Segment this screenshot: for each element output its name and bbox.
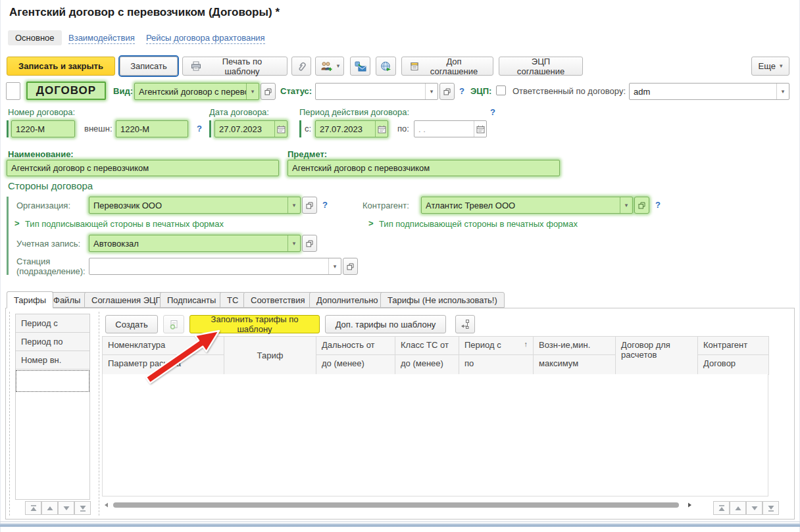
calendar-icon[interactable] xyxy=(474,121,486,137)
tab-additional[interactable]: Дополнительно xyxy=(309,292,386,308)
reorder-rows-button[interactable] xyxy=(455,315,475,333)
dropdown-icon[interactable]: ▾ xyxy=(328,258,341,274)
go-first-button[interactable] xyxy=(25,501,41,515)
external-number-input[interactable]: 1220-М xyxy=(116,120,188,137)
col-vehicle-class-from[interactable]: Класс ТС от xyxy=(395,337,459,355)
dropdown-icon[interactable]: ▾ xyxy=(288,235,300,251)
status-open-button[interactable] xyxy=(439,83,455,100)
responsible-combobox[interactable]: adm ▾ xyxy=(629,83,789,100)
col-tariff[interactable]: Тариф xyxy=(224,337,316,375)
tab-vehicles[interactable]: ТС xyxy=(220,292,245,308)
signer-type-link-left[interactable]: Тип подписывающей стороны в печатных фор… xyxy=(25,219,224,229)
dropdown-icon[interactable]: ▾ xyxy=(620,197,632,213)
counterparty-combobox[interactable]: Атлантис Тревел ООО ▾ xyxy=(421,197,633,214)
counterparty-help-icon[interactable]: ? xyxy=(655,200,661,210)
nav-tab-main[interactable]: Основное xyxy=(8,30,62,45)
panel-splitter[interactable] xyxy=(99,312,99,516)
group-marker xyxy=(7,197,9,275)
copy-row-button[interactable] xyxy=(163,315,184,333)
tab-tariffs-deprecated[interactable]: Тарифы (Не использовать!) xyxy=(380,292,505,308)
period-from-input[interactable]: 27.07.2023 xyxy=(315,120,388,137)
create-row-button[interactable]: Создать xyxy=(105,315,158,333)
signer-type-link-right[interactable]: Тип подписывающей стороны в печатных фор… xyxy=(379,219,578,229)
save-and-close-button[interactable]: Записать и закрыть xyxy=(7,57,115,76)
tariffs-table-body[interactable] xyxy=(102,374,768,496)
number-help-icon[interactable]: ? xyxy=(197,124,202,133)
dop-agreement-button[interactable]: Доп соглашение xyxy=(401,57,493,76)
col-remuneration-min[interactable]: Возн-ие,мин. xyxy=(534,337,616,355)
col-settlement-contract[interactable]: Договор для расчетов xyxy=(616,337,698,375)
col-distance-from[interactable]: Дальность от xyxy=(316,337,395,355)
period-to-column-header[interactable]: Период по xyxy=(16,333,89,351)
dropdown-icon[interactable]: ▾ xyxy=(425,84,438,99)
col-period-from[interactable]: Период с↑ xyxy=(459,337,534,355)
dropdown-icon[interactable]: ▾ xyxy=(246,84,259,99)
go-up-button[interactable] xyxy=(41,501,58,515)
save-button[interactable]: Записать xyxy=(120,57,178,76)
subject-input[interactable]: Агентский договор с перевозчиком xyxy=(288,160,560,176)
period-help-icon[interactable]: ? xyxy=(490,107,495,117)
account-combobox[interactable]: Автовокзал ▾ xyxy=(89,235,301,252)
tab-ecp-agreements[interactable]: Соглашения ЭЦП xyxy=(84,292,169,308)
contract-form-window: Агентский договор с перевозчиком (Догово… xyxy=(0,0,800,532)
print-by-template-button[interactable]: Печать по шаблону xyxy=(182,57,288,76)
station-combobox[interactable]: ▾ xyxy=(89,258,341,275)
dop-tariffs-by-template-button[interactable]: Доп. тарифы по шаблону xyxy=(325,315,446,333)
dropdown-icon[interactable]: ▾ xyxy=(776,84,789,99)
col-nomenclature[interactable]: Номенклатура xyxy=(103,337,224,355)
go-down-button[interactable] xyxy=(58,501,74,515)
go-down-button[interactable] xyxy=(746,501,762,515)
col-calc-parameter[interactable]: Параметр расчета xyxy=(103,355,224,375)
col-remuneration-max[interactable]: максимум xyxy=(534,355,616,375)
go-last-button[interactable] xyxy=(74,501,91,515)
fill-tariffs-by-template-button[interactable]: Заполнить тарифы по шаблону xyxy=(189,315,320,333)
calendar-icon[interactable] xyxy=(274,121,287,137)
col-vehicle-class-to[interactable]: до (менее) xyxy=(395,355,459,375)
name-input[interactable]: Агентский договор с перевозчиком xyxy=(7,160,279,176)
selected-empty-cell[interactable] xyxy=(16,370,89,392)
status-combobox[interactable]: ▾ xyxy=(315,83,438,100)
ecp-checkbox[interactable] xyxy=(496,85,506,95)
contract-date-input[interactable]: 27.07.2023 xyxy=(214,120,288,137)
nav-tab-interactions[interactable]: Взаимодействия xyxy=(68,33,135,44)
scroll-right-icon[interactable] xyxy=(686,501,693,509)
col-period-to[interactable]: по xyxy=(459,355,534,375)
history-button[interactable] xyxy=(376,57,396,76)
station-open-button[interactable] xyxy=(343,258,358,275)
kind-open-button[interactable] xyxy=(261,83,276,100)
tab-correspondences[interactable]: Соответствия xyxy=(243,292,312,308)
col-counterparty[interactable]: Контрагент xyxy=(698,337,769,355)
counterparty-open-button[interactable] xyxy=(634,197,649,214)
dropdown-icon[interactable]: ▾ xyxy=(288,197,300,213)
period-from-column-header[interactable]: Период с xyxy=(16,314,89,333)
organization-combobox[interactable]: Перевозчик ООО ▾ xyxy=(89,197,301,214)
col-distance-to[interactable]: до (менее) xyxy=(316,355,395,375)
scroll-left-icon[interactable] xyxy=(103,501,111,509)
go-up-button[interactable] xyxy=(730,501,746,515)
organization-help-icon[interactable]: ? xyxy=(322,200,328,210)
account-open-button[interactable] xyxy=(302,235,317,252)
go-last-button[interactable] xyxy=(762,501,779,515)
attach-file-button[interactable] xyxy=(291,57,311,76)
dropdown-icon: ▾ xyxy=(337,63,340,69)
internal-number-column-header[interactable]: Номер вн. xyxy=(16,351,89,370)
number-input[interactable]: 1220-М xyxy=(11,120,75,137)
add-contact-button[interactable]: ▾ xyxy=(315,57,344,76)
organization-open-button[interactable] xyxy=(302,197,317,214)
number-label: Номер договора: xyxy=(8,107,75,117)
period-to-input[interactable]: . . xyxy=(414,120,487,137)
tab-signers[interactable]: Подписанты xyxy=(160,292,223,308)
ecp-agreement-button[interactable]: ЭЦП соглашение xyxy=(499,57,583,76)
more-button[interactable]: Еще ▾ xyxy=(751,57,789,76)
picture-placeholder[interactable] xyxy=(6,82,20,100)
col-contract[interactable]: Договор xyxy=(698,355,769,375)
nav-tab-charter-trips[interactable]: Рейсы договора фрахтования xyxy=(146,33,265,44)
left-splitter[interactable] xyxy=(9,312,10,516)
send-email-button[interactable] xyxy=(350,57,370,76)
tab-tariffs[interactable]: Тарифы xyxy=(7,291,53,308)
calendar-icon[interactable] xyxy=(375,121,388,137)
go-first-button[interactable] xyxy=(713,501,730,515)
status-help-icon[interactable]: ? xyxy=(459,86,464,96)
kind-combobox[interactable]: Агентский договор с перевозчи ▾ xyxy=(134,83,259,100)
horizontal-scrollbar-thumb[interactable] xyxy=(113,502,679,508)
